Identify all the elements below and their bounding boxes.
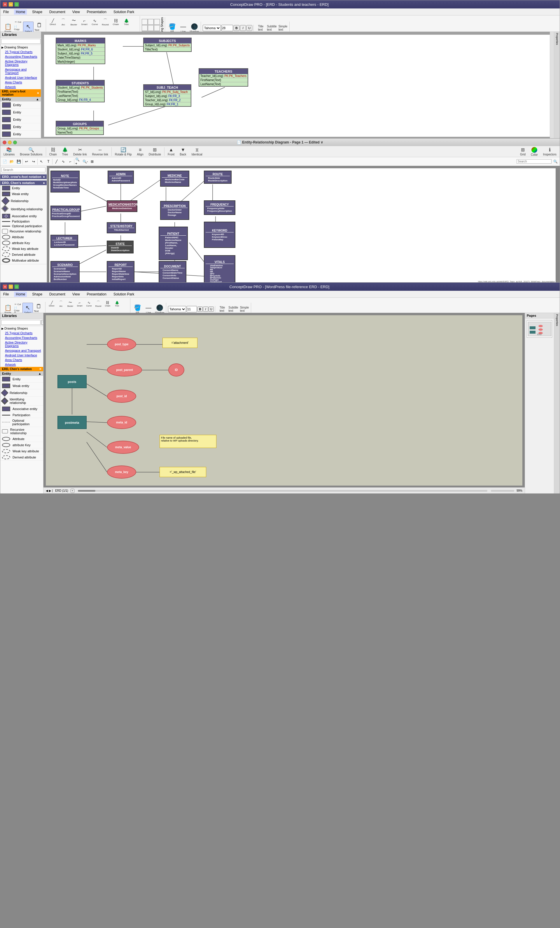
lib-android[interactable]: Android User Interface xyxy=(0,75,41,80)
shape-tool-6[interactable] xyxy=(154,25,160,31)
associative-3[interactable]: Associative entity xyxy=(0,406,43,412)
libraries-btn[interactable]: 📚Libraries xyxy=(2,146,17,157)
lib-active-dir[interactable]: Active Directory Diagrams xyxy=(0,59,41,67)
weak-entity-shape-3[interactable]: Weak entity xyxy=(0,383,43,389)
entity-shape-2[interactable]: Entity xyxy=(0,109,41,116)
menu-view-3[interactable]: View xyxy=(70,292,82,297)
conn-direct-btn[interactable]: ╱ xyxy=(53,158,60,165)
attr-meta-key[interactable]: meta_key xyxy=(107,466,136,479)
lib-accounting[interactable]: Accounting Flowcharts xyxy=(0,54,41,59)
sidebar-weak-key[interactable]: Weak key attribute xyxy=(0,246,47,252)
tree-btn-2[interactable]: 🌲Tree xyxy=(60,146,70,157)
font-select-3[interactable]: Tahoma xyxy=(168,306,186,312)
chen-title[interactable]: ERD, Chen's notation ● xyxy=(0,180,47,185)
lib-aerospace-3[interactable]: Aerospace and Transport xyxy=(0,348,43,353)
arc-btn-3[interactable]: ⌒Arc xyxy=(56,298,65,309)
min-btn-1[interactable]: ─ xyxy=(8,2,13,7)
chain-btn-3[interactable]: ⛓Chain xyxy=(103,298,112,309)
cut-btn[interactable]: ✂ Cut xyxy=(14,19,23,25)
align-btn[interactable]: ≡Align xyxy=(135,147,145,157)
shape-tool-4[interactable] xyxy=(142,25,148,31)
chen-stetehistory[interactable]: STETEHISTORY TitleAttached xyxy=(107,222,136,233)
curve-btn-3[interactable]: ∿Curve xyxy=(85,298,93,309)
distribute-btn[interactable]: ⊞Distribute xyxy=(147,146,163,157)
delete-link-btn[interactable]: ✂Delete link xyxy=(71,146,89,157)
lib-android-3[interactable]: Android User Interface xyxy=(0,353,43,357)
curve-btn[interactable]: ∿Curve xyxy=(90,16,100,28)
close-btn-3[interactable]: ✕ xyxy=(3,284,7,289)
attr-meta-value[interactable]: meta_value xyxy=(107,441,139,454)
value-id[interactable]: ID xyxy=(168,363,184,377)
canvas-2[interactable]: NOTE NoteIDMultiDisciplinaryNoteGroupMem… xyxy=(47,166,560,292)
sidebar-identifying-rel[interactable]: Identifying relationship xyxy=(0,205,47,213)
attr-post-id[interactable]: post_id xyxy=(107,390,136,403)
direct-btn-3[interactable]: ╱Direct xyxy=(47,298,56,309)
menu-presentation-1[interactable]: Presentation xyxy=(85,9,108,15)
attr-post-type[interactable]: post_type xyxy=(107,338,136,351)
menu-home-3[interactable]: Home xyxy=(14,292,27,297)
copy-btn[interactable]: 📄 Copy xyxy=(14,25,23,31)
chen-medicationhistory[interactable]: MEDICATIONHISTORY MedicineDatetime xyxy=(107,200,137,212)
weak-key-3[interactable]: Weak key attribute xyxy=(0,448,43,454)
menu-shape-3[interactable]: Shape xyxy=(31,292,44,297)
lib-artwork-3[interactable]: Artwork xyxy=(0,362,43,367)
copy-btn-3[interactable]: 📄 Copy xyxy=(14,307,22,311)
max-btn-1[interactable]: □ xyxy=(14,2,19,7)
sidebar-search-2[interactable] xyxy=(2,167,46,172)
participation-3[interactable]: Participation xyxy=(0,412,43,418)
mac-max-btn[interactable] xyxy=(13,140,17,144)
chen-scenario[interactable]: SCENARIO ScenarioIDScenarioNameScenarioD… xyxy=(50,261,79,283)
cut-btn-3[interactable]: ✂ Cut xyxy=(14,302,22,307)
lib-aerospace[interactable]: Aerospace and Transport xyxy=(0,67,41,75)
lib-active-dir-3[interactable]: Active Directory Diagrams xyxy=(0,340,43,348)
back-btn[interactable]: ▼Back xyxy=(178,147,188,157)
open-doc-btn[interactable]: 📂 xyxy=(8,158,15,165)
mac-min-btn[interactable] xyxy=(8,140,12,144)
identical-btn[interactable]: ⧖Identical xyxy=(189,147,204,157)
drawing-shapes-category[interactable]: ▶ Drawing Shapes xyxy=(0,45,41,50)
canvas-1[interactable]: MARKS Mark_Id(Long)PK:PK_Marks Student_I… xyxy=(41,32,554,145)
active-notation-1[interactable]: ERD, crow's-foot notation ✕ xyxy=(0,89,41,97)
entity-shape-3a[interactable]: Entity xyxy=(0,376,43,383)
font-size-input[interactable] xyxy=(221,25,233,31)
italic-btn[interactable]: I xyxy=(240,25,246,31)
underline-btn[interactable]: U xyxy=(246,25,252,31)
identifying-rel-3[interactable]: Identifying relationship xyxy=(0,397,43,406)
smart-btn-3[interactable]: ⌐Smart xyxy=(75,298,84,309)
conn-rect-btn[interactable]: ⌐ xyxy=(67,158,73,165)
bold-btn[interactable]: B xyxy=(233,25,240,31)
optional-part-3[interactable]: Optional participation xyxy=(0,418,43,427)
page-thumb-3[interactable]: ERD xyxy=(527,320,552,338)
attr-post-parent[interactable]: post_parent xyxy=(107,363,142,377)
color-btn[interactable]: Color xyxy=(529,146,540,157)
lib-orcharts-3[interactable]: 25 Typical Orcharts xyxy=(0,331,43,336)
bezier-btn-3[interactable]: 〜Bezier xyxy=(66,298,75,309)
cursor-btn[interactable]: ↖ xyxy=(38,158,44,165)
mac-close-btn[interactable] xyxy=(3,140,6,144)
undo-btn[interactable]: ↩ xyxy=(23,158,30,165)
key-attr-3[interactable]: attribute Key xyxy=(0,442,43,448)
entity-postmeta[interactable]: postmeta xyxy=(58,416,87,429)
text-tool-btn[interactable]: T xyxy=(45,158,52,165)
chen-lecturer[interactable]: LECTURER LecturerIDLecturerPassword xyxy=(50,235,78,248)
bezier-btn[interactable]: 〜Bezier xyxy=(69,16,79,28)
menu-shape-1[interactable]: Shape xyxy=(31,9,44,15)
add-page-btn-3[interactable]: + xyxy=(70,489,74,493)
bold-btn-3[interactable]: B xyxy=(197,307,203,312)
vscroll-1[interactable] xyxy=(550,32,554,141)
sidebar-weak-entity[interactable]: Weak entity xyxy=(0,191,47,197)
tree-btn[interactable]: 🌲Tree xyxy=(121,16,131,28)
entity-posts[interactable]: posts xyxy=(58,375,87,388)
active-notation-3[interactable]: ERD, Chen's notation ✕ xyxy=(0,367,43,371)
lib-area-charts[interactable]: Area Charts xyxy=(0,80,41,85)
table-teachers[interactable]: TEACHERS Teacher_Id(Long)PK:PK_Teachers … xyxy=(198,68,248,87)
chen-note[interactable]: NOTE NoteIDMultiDisciplinaryNoteGroupMem… xyxy=(50,171,79,192)
lib-artwork[interactable]: Artwork xyxy=(0,85,41,89)
rotate-flip-btn[interactable]: 🔄Rotate & Flip xyxy=(113,146,134,157)
save-doc-btn[interactable]: 💾 xyxy=(15,158,22,165)
shape-tool-1[interactable] xyxy=(142,19,148,25)
sidebar-entity[interactable]: Entity xyxy=(0,185,47,191)
zoom-out-btn[interactable]: 🔍- xyxy=(82,158,89,165)
max-btn-3[interactable]: □ xyxy=(14,284,19,289)
drawing-shapes-category-3[interactable]: ▶ Drawing Shapes xyxy=(0,326,43,331)
